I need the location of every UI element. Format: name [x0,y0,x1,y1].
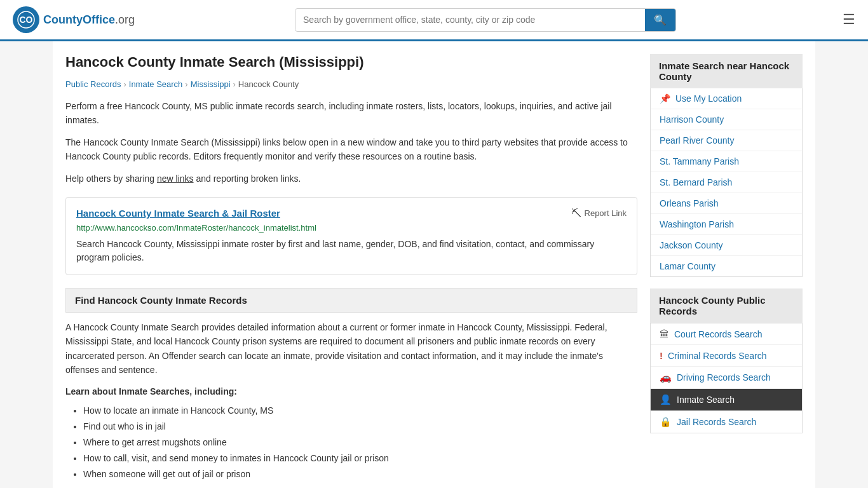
report-link-button[interactable]: ⛏ Report Link [571,208,627,219]
svg-text:CO: CO [20,15,33,25]
lamar-link[interactable]: Lamar County [660,261,715,271]
link-description: Search Hancock County, Mississippi inmat… [76,238,627,264]
sidebar-item-lamar[interactable]: Lamar County [651,256,802,276]
court-icon: 🏛 [660,329,669,339]
driving-icon: 🚗 [660,372,672,383]
sidebar-item-orleans[interactable]: Orleans Parish [651,193,802,214]
logo-area[interactable]: CO CountyOffice.org [13,6,135,33]
public-records-list: 🏛 Court Records Search ! Criminal Record… [650,323,803,433]
report-icon: ⛏ [571,208,581,219]
st-bernard-link[interactable]: St. Bernard Parish [660,177,732,187]
intro-paragraph-1: Perform a free Hancock County, MS public… [65,99,637,128]
learn-heading: Learn about Inmate Searches, including: [65,386,637,396]
jail-icon: 🔒 [660,416,672,428]
nearby-section-title: Inmate Search near Hancock County [650,54,803,88]
sidebar: Inmate Search near Hancock County 📌 Use … [650,54,803,482]
criminal-icon: ! [660,350,663,361]
link-card: Hancock County Inmate Search & Jail Rost… [65,197,637,275]
location-icon: 📌 [660,93,670,104]
use-my-location[interactable]: 📌 Use My Location [651,88,802,109]
jail-records-link[interactable]: Jail Records Search [677,417,756,427]
public-court-records[interactable]: 🏛 Court Records Search [651,323,802,345]
public-records-section-title: Hancock County Public Records [650,288,803,323]
content-area: Hancock County Inmate Search (Mississipp… [65,54,637,482]
list-item: When someone will get out of jail or pri… [83,466,637,482]
orleans-link[interactable]: Orleans Parish [660,198,719,208]
sidebar-item-pearl-river[interactable]: Pearl River County [651,130,802,151]
sidebar-item-st-bernard[interactable]: St. Bernard Parish [651,172,802,193]
public-driving-records[interactable]: 🚗 Driving Records Search [651,367,802,389]
public-inmate-search[interactable]: 👤 Inmate Search [651,389,802,411]
logo-icon: CO [13,6,39,33]
breadcrumb-public-records[interactable]: Public Records [65,79,121,89]
search-area: 🔍 [295,8,676,32]
list-item: How to locate an inmate in Hancock Count… [83,403,637,419]
search-button[interactable]: 🔍 [645,9,675,31]
link-url[interactable]: http://www.hancockso.com/InmateRoster/ha… [76,223,627,233]
breadcrumb-current: Hancock County [238,79,299,89]
link-card-header: Hancock County Inmate Search & Jail Rost… [76,208,627,219]
list-item: Where to get arrest mugshots online [83,435,637,451]
criminal-records-link[interactable]: Criminal Records Search [668,351,767,361]
search-input[interactable] [295,10,645,30]
inmate-search-link[interactable]: Inmate Search [677,395,735,405]
bullet-list: How to locate an inmate in Hancock Count… [65,403,637,483]
driving-records-link[interactable]: Driving Records Search [677,372,771,383]
link-card-title[interactable]: Hancock County Inmate Search & Jail Rost… [76,208,280,219]
list-item: Find out who is in jail [83,419,637,435]
search-icon: 🔍 [654,15,667,25]
jackson-link[interactable]: Jackson County [660,240,723,250]
main-container: Hancock County Inmate Search (Mississipp… [53,41,815,488]
sidebar-item-jackson[interactable]: Jackson County [651,235,802,256]
new-links-link[interactable]: new links [157,173,194,184]
nearby-list: 📌 Use My Location Harrison County Pearl … [650,88,803,277]
logo-text: CountyOffice.org [43,13,135,27]
washington-link[interactable]: Washington Parish [660,219,734,229]
public-criminal-records[interactable]: ! Criminal Records Search [651,345,802,367]
intro-paragraph-2: The Hancock County Inmate Search (Missis… [65,135,637,164]
sidebar-item-washington[interactable]: Washington Parish [651,214,802,235]
find-section-text: A Hancock County Inmate Search provides … [65,320,637,377]
hamburger-menu-icon[interactable]: ☰ [843,11,855,28]
st-tammany-link[interactable]: St. Tammany Parish [660,156,739,166]
list-item: How to call, visit, and send money to in… [83,451,637,466]
sidebar-item-st-tammany[interactable]: St. Tammany Parish [651,151,802,172]
site-header: CO CountyOffice.org 🔍 ☰ [0,0,868,41]
breadcrumb: Public Records › Inmate Search › Mississ… [65,79,637,89]
inmate-icon: 👤 [660,394,672,405]
intro-paragraph-3: Help others by sharing new links and rep… [65,172,637,186]
pearl-river-county-link[interactable]: Pearl River County [660,135,735,146]
breadcrumb-mississippi[interactable]: Mississippi [191,79,231,89]
harrison-county-link[interactable]: Harrison County [660,114,724,125]
breadcrumb-inmate-search[interactable]: Inmate Search [129,79,183,89]
public-jail-records[interactable]: 🔒 Jail Records Search [651,411,802,433]
find-section-heading: Find Hancock County Inmate Records [65,288,637,313]
court-records-link[interactable]: Court Records Search [674,329,763,339]
sidebar-item-harrison[interactable]: Harrison County [651,109,802,130]
page-title: Hancock County Inmate Search (Mississipp… [65,54,637,71]
